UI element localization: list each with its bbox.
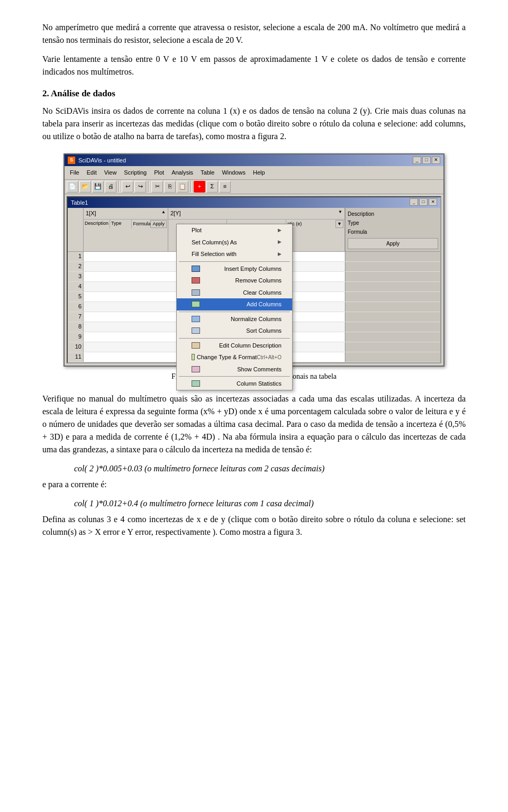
right-panel-row4: [345, 282, 440, 291]
ctx-set-col-arrow: ▶: [278, 239, 282, 246]
right-panel-row5: [345, 292, 440, 302]
ctx-fill[interactable]: Fill Selection with ▶: [177, 248, 292, 260]
tb-copy[interactable]: ⎘: [164, 181, 176, 193]
right-apply-btn[interactable]: Apply: [348, 238, 438, 249]
table-title-text: Table1: [71, 198, 88, 207]
right-desc-label: Description: [348, 210, 438, 218]
ctx-statistics[interactable]: Column Statistics: [177, 378, 292, 390]
formula2-text: col( 1 )*0.012+0.4 (o multímetro fornece…: [74, 499, 314, 508]
figure-2: S SciDAVis - untitled _ □ ✕ File Edit Vi…: [42, 153, 466, 382]
formula1-text: col( 2 )*0.005+0.03 (o multímetro fornec…: [74, 464, 324, 473]
tb-redo[interactable]: ↪: [134, 181, 146, 193]
sep-3: [190, 181, 192, 193]
right-type-label: Type: [348, 219, 438, 227]
ctx-set-col-label: Set Column(s) As: [192, 238, 237, 247]
menu-windows[interactable]: Windows: [219, 167, 249, 178]
window-controls[interactable]: _ □ ✕: [413, 157, 440, 164]
ctx-set-col[interactable]: Set Column(s) As ▶: [177, 236, 292, 249]
ctx-stats-label: Column Statistics: [237, 379, 282, 388]
table-maximize-btn[interactable]: □: [419, 198, 428, 206]
formula1-block: col( 2 )*0.005+0.03 (o multímetro fornec…: [74, 462, 466, 475]
col1-scroll-up[interactable]: ▲: [161, 209, 166, 218]
ctx-edit-icon: [192, 342, 200, 349]
col2-scroll-down[interactable]: ▼: [338, 209, 342, 218]
minimize-btn[interactable]: _: [413, 157, 421, 164]
toolbar: 📄 📂 💾 🖨 ↩ ↪ ✂ ⎘ 📋 + Σ ≡: [65, 180, 443, 194]
formula2-label-para: e para a corrente é:: [42, 478, 466, 491]
menu-analysis[interactable]: Analysis: [168, 167, 196, 178]
row-num-header-cell: [68, 208, 84, 251]
col2-header-label: 2[Y]: [170, 209, 181, 218]
ctx-insert-label: Insert Empty Columns: [224, 264, 282, 273]
maximize-btn[interactable]: □: [422, 157, 431, 164]
section-para-1: No SciDAVis insira os dados de corrente …: [42, 105, 466, 143]
tb-extra[interactable]: ≡: [219, 181, 231, 193]
tb-sum[interactable]: Σ: [206, 181, 218, 193]
right-panel-row9: [345, 332, 440, 342]
ctx-edit-label: Edit Column Description: [219, 341, 282, 350]
right-panel-row3: [345, 272, 440, 281]
col1-header[interactable]: 1[X] ▲ Description Type Formula Apply: [84, 208, 168, 251]
tb-add-col[interactable]: +: [194, 181, 205, 193]
col1-formula: Formula Apply: [132, 220, 168, 229]
section-heading: 2. Análise de dados: [42, 87, 466, 101]
right-panel: Description Type Formula Apply: [345, 208, 440, 251]
ctx-show-comments[interactable]: Show Comments: [177, 363, 292, 376]
tb-new[interactable]: 📄: [67, 181, 78, 193]
ctx-insert-empty[interactable]: Insert Empty Columns: [177, 263, 292, 275]
ctx-type-shortcut: Ctrl+Alt+O: [257, 353, 282, 361]
inner-table-window: Table1 _ □ ✕ 1[X]: [67, 196, 441, 364]
menu-help[interactable]: Help: [250, 167, 268, 178]
ctx-plot[interactable]: Plot ▶: [177, 224, 292, 236]
ctx-fill-label: Fill Selection with: [192, 250, 237, 259]
tb-print[interactable]: 🖨: [105, 181, 116, 193]
window-title-bar: S SciDAVis - untitled _ □ ✕: [65, 154, 443, 167]
para-1: No amperímetro que medirá a corrente que…: [42, 21, 466, 47]
ctx-sep-4: [179, 376, 290, 377]
col2-apply-btn[interactable]: ▼: [335, 220, 343, 229]
ctx-sort-label: Sort Columns: [246, 326, 282, 335]
menu-table[interactable]: Table: [197, 167, 217, 178]
scidavis-window: S SciDAVis - untitled _ □ ✕ File Edit Vi…: [64, 153, 444, 367]
tb-cut[interactable]: ✂: [151, 181, 163, 193]
ctx-normalize[interactable]: Normalize Columns: [177, 313, 292, 325]
ctx-sort[interactable]: Sort Columns: [177, 325, 292, 337]
ctx-comments-icon: [192, 366, 200, 372]
table-minimize-btn[interactable]: _: [410, 198, 418, 206]
table-close-btn[interactable]: ✕: [429, 198, 437, 206]
right-panel-row2: [345, 262, 440, 271]
ctx-remove-label: Remove Columns: [235, 276, 282, 285]
close-btn[interactable]: ✕: [432, 157, 440, 164]
menu-scripting[interactable]: Scripting: [121, 167, 150, 178]
tb-undo[interactable]: ↩: [122, 181, 133, 193]
table-title-bar: Table1 _ □ ✕: [68, 197, 440, 208]
ctx-type-label: Change Type & Format: [197, 353, 257, 362]
last-para: Defina as colunas 3 e 4 como incertezas …: [42, 513, 466, 539]
menu-view[interactable]: View: [101, 167, 120, 178]
ctx-clear[interactable]: Clear Columns: [177, 287, 292, 299]
tb-open[interactable]: 📂: [79, 181, 91, 193]
menu-plot[interactable]: Plot: [151, 167, 167, 178]
menu-edit[interactable]: Edit: [84, 167, 100, 178]
right-panel-row8: [345, 322, 440, 332]
ctx-remove[interactable]: Remove Columns: [177, 275, 292, 287]
ctx-comments-label: Show Comments: [237, 365, 282, 374]
ctx-clear-icon: [192, 289, 200, 296]
right-panel-row6: [345, 302, 440, 312]
tb-paste[interactable]: 📋: [177, 181, 188, 193]
ctx-plot-arrow: ▶: [278, 227, 282, 234]
ctx-add[interactable]: Add Columns: [177, 298, 292, 311]
tb-save[interactable]: 💾: [92, 181, 104, 193]
ctx-sep-3: [179, 338, 290, 339]
ctx-normalize-label: Normalize Columns: [231, 315, 282, 324]
col1-apply-btn[interactable]: Apply: [150, 220, 167, 229]
page-content: No amperímetro que medirá a corrente que…: [42, 21, 466, 539]
ctx-change-type[interactable]: Change Type & Format Ctrl+Alt+O: [177, 351, 292, 363]
ctx-normalize-icon: [192, 316, 200, 322]
right-panel-row10: [345, 342, 440, 352]
ctx-plot-label: Plot: [192, 226, 202, 235]
ctx-edit-desc[interactable]: Edit Column Description: [177, 340, 292, 352]
right-panel-row1: [345, 252, 440, 261]
para-2: Varie lentamente a tensão entre 0 V e 10…: [42, 53, 466, 78]
menu-file[interactable]: File: [67, 167, 83, 178]
